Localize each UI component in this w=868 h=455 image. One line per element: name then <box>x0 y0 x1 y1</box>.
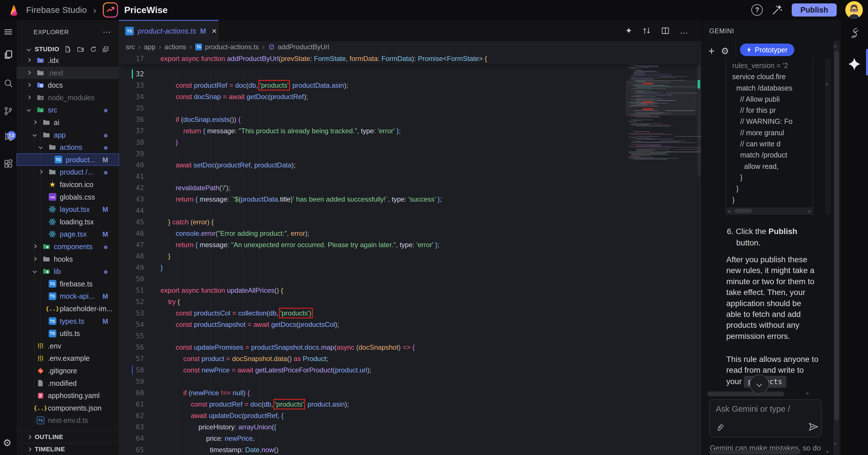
code-line-54[interactable]: 54 const productSnapshot = await getDocs… <box>119 319 702 330</box>
studio-flow-icon[interactable] <box>849 27 860 40</box>
tree-item-.next[interactable]: .next <box>17 67 119 79</box>
tree-item-hooks[interactable]: hooks <box>17 253 119 265</box>
sticky-scroll-line[interactable]: 17export async function addProductByUrl(… <box>119 53 702 65</box>
source-control-icon[interactable] <box>3 106 13 116</box>
gemini-input[interactable]: Ask Gemini or type / <box>709 399 822 437</box>
attach-paperclip-icon[interactable] <box>715 423 724 432</box>
breadcrumb-item[interactable]: addProductByUrl <box>268 43 329 51</box>
code-line-34[interactable]: 34 const docSnap = await getDoc(productR… <box>119 91 702 102</box>
menu-icon[interactable] <box>3 27 13 37</box>
tree-item-page.tsx[interactable]: page.tsxM <box>17 228 119 240</box>
tree-item-mock-api...[interactable]: TSmock-api...M <box>17 290 119 302</box>
new-folder-icon[interactable] <box>77 46 85 54</box>
code-line-52[interactable]: 52 try { <box>119 296 702 307</box>
tree-item-.gitignore[interactable]: .gitignore <box>17 364 119 377</box>
tree-item-types.ts[interactable]: TStypes.tsM <box>17 315 119 328</box>
tree-item-.env.example[interactable]: .env.example <box>17 352 119 364</box>
search-icon[interactable] <box>3 78 13 88</box>
collapse-all-icon[interactable] <box>102 46 110 54</box>
breadcrumb-item[interactable]: app <box>144 43 155 51</box>
code-block-vscrollbar[interactable]: ▴ <box>825 58 831 215</box>
code-line-42[interactable]: 42 revalidatePath('/'); <box>119 182 702 193</box>
breadcrumb-item[interactable]: actions <box>164 43 186 51</box>
code-line-65[interactable]: 65 timestamp: Date.now() <box>119 444 702 455</box>
tab-product-actions[interactable]: TS product-actions.ts M × <box>119 20 219 41</box>
code-line-38[interactable]: 38 } <box>119 137 702 148</box>
code-line-64[interactable]: 64 price: newPrice, <box>119 433 702 444</box>
new-chat-icon[interactable]: + <box>708 45 715 57</box>
code-line-46[interactable]: 46 console.error("Error adding product:"… <box>119 228 702 239</box>
tree-item-.idx[interactable]: .idx <box>17 54 119 67</box>
split-editor-icon[interactable] <box>661 26 670 35</box>
code-editor[interactable]: 17export async function addProductByUrl(… <box>119 53 702 455</box>
scroll-down-icon[interactable]: ▾ <box>834 441 836 447</box>
code-line-44[interactable]: 44 <box>119 205 702 216</box>
code-line-63[interactable]: 63 priceHistory: arrayUnion({ <box>119 421 702 433</box>
tree-item-docs[interactable]: docs <box>17 79 119 91</box>
publish-button[interactable]: Publish <box>792 3 837 17</box>
code-line-59[interactable]: 59 <box>119 376 702 387</box>
code-line-33[interactable]: 33 const productRef = doc(db, 'products'… <box>119 80 702 91</box>
scroll-right-icon[interactable]: ▸ <box>807 390 809 396</box>
gemini-scrollbar-thumb[interactable] <box>834 51 839 421</box>
scroll-right-icon[interactable]: ▸ <box>827 449 829 454</box>
code-line-51[interactable]: 51export async function updateAllPrices(… <box>119 285 702 296</box>
chat-hscrollbar-thumb[interactable] <box>707 392 784 396</box>
tree-item-components.json[interactable]: {..}components.json <box>17 402 119 414</box>
code-line-37[interactable]: 37 return { message: "This product is al… <box>119 125 702 137</box>
scroll-right-icon[interactable]: ▸ <box>808 208 811 214</box>
tree-item-.env[interactable]: .env <box>17 340 119 352</box>
scroll-up-icon[interactable]: ▴ <box>834 42 836 48</box>
gemini-scrollbar[interactable]: ▴ ▾ <box>834 41 840 455</box>
run-debug-icon[interactable] <box>3 131 13 142</box>
code-line-49[interactable]: 49} <box>119 262 702 273</box>
send-icon[interactable] <box>808 421 819 432</box>
code-line-60[interactable]: 60 if (newPrice !== null) { <box>119 387 702 399</box>
firestore-rules-code-block[interactable]: rules_version = '2 service cloud.fire ma… <box>726 58 813 216</box>
breadcrumb-item[interactable]: src <box>126 43 135 51</box>
minimap-slider[interactable] <box>626 81 696 115</box>
tree-item-placeholder-im...[interactable]: {..}placeholder-im... <box>17 302 119 315</box>
tree-item-apphosting.yaml[interactable]: apphosting.yaml <box>17 389 119 402</box>
hscroll-thumb[interactable] <box>735 209 752 213</box>
minimap[interactable] <box>626 53 696 212</box>
code-line-45[interactable]: 45 } catch (error) { <box>119 216 702 228</box>
breadcrumb-item[interactable]: TSproduct-actions.ts <box>195 43 259 51</box>
avatar[interactable] <box>845 1 863 19</box>
scroll-left-icon[interactable]: ◂ <box>727 208 730 214</box>
tree-item-components[interactable]: components <box>17 240 119 253</box>
tree-item-favicon.ico[interactable]: ★favicon.ico <box>17 178 119 191</box>
breadcrumb[interactable]: src›app›actions›TSproduct-actions.ts›add… <box>119 41 702 53</box>
tree-item-ai[interactable]: ai <box>17 116 119 129</box>
code-line-47[interactable]: 47 return { message: "An unexpected erro… <box>119 239 702 250</box>
code-line-39[interactable]: 39 <box>119 148 702 159</box>
code-line-58[interactable]: 58 const newPrice = await getLatestPrice… <box>119 364 702 376</box>
code-line-57[interactable]: 57 const product = docSnapshot.data() as… <box>119 353 702 364</box>
tree-item-loading.tsx[interactable]: loading.tsx <box>17 216 119 228</box>
outline-section[interactable]: OUTLINE <box>17 431 119 443</box>
tree-item-layout.tsx[interactable]: layout.tsxM <box>17 203 119 216</box>
tree-item-src[interactable]: <>src <box>17 104 119 116</box>
scroll-to-bottom-button[interactable] <box>750 374 769 394</box>
code-line-32[interactable]: 32 <box>119 68 702 80</box>
code-line-35[interactable]: 35 <box>119 102 702 114</box>
help-icon[interactable]: ? <box>751 4 763 16</box>
tree-item-actions[interactable]: actions <box>17 141 119 153</box>
tree-item-next-env.d.ts[interactable]: TSnext-env.d.ts <box>17 414 119 427</box>
more-actions-icon[interactable]: … <box>680 26 689 35</box>
tree-item-product-...[interactable]: product /... <box>17 166 119 178</box>
code-line-48[interactable]: 48 } <box>119 250 702 262</box>
scrollbar-thumb[interactable] <box>697 54 701 176</box>
tree-item-.modified[interactable]: .modified <box>17 377 119 390</box>
code-block-hscrollbar[interactable]: ◂ ▸ <box>726 207 813 215</box>
tree-item-utils.ts[interactable]: TSutils.ts <box>17 327 119 340</box>
code-line-56[interactable]: 56 const updatePromises = productSnapsho… <box>119 342 702 353</box>
explorer-files-icon[interactable] <box>3 50 13 60</box>
refresh-icon[interactable] <box>90 46 98 54</box>
extensions-icon[interactable] <box>3 159 13 169</box>
tree-item-globals.css[interactable]: cssglobals.css <box>17 191 119 203</box>
chat-settings-gear-icon[interactable]: ⚙ <box>721 46 729 56</box>
ai-sparkle-icon[interactable]: ✦ <box>625 26 632 36</box>
code-line-50[interactable]: 50 <box>119 273 702 285</box>
tree-item-lib[interactable]: lib <box>17 265 119 278</box>
